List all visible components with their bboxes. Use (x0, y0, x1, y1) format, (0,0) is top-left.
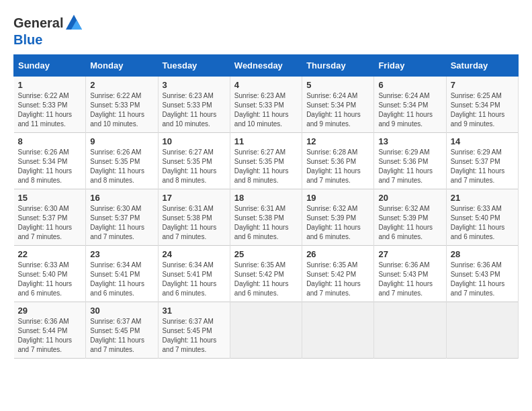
day-info: Sunrise: 6:36 AM Sunset: 5:43 PM Dayligh… (451, 261, 514, 298)
calendar-cell: 24Sunrise: 6:34 AM Sunset: 5:41 PM Dayli… (158, 246, 230, 302)
day-info: Sunrise: 6:22 AM Sunset: 5:33 PM Dayligh… (90, 91, 153, 129)
calendar-cell: 21Sunrise: 6:33 AM Sunset: 5:40 PM Dayli… (446, 189, 518, 246)
calendar-cell (446, 302, 518, 359)
day-number: 31 (163, 306, 226, 316)
calendar-row-3: 22Sunrise: 6:33 AM Sunset: 5:40 PM Dayli… (14, 246, 519, 302)
day-number: 25 (234, 249, 298, 259)
day-info: Sunrise: 6:34 AM Sunset: 5:41 PM Dayligh… (163, 261, 226, 298)
logo: General Blue (13, 13, 83, 48)
day-number: 13 (378, 136, 441, 146)
day-info: Sunrise: 6:29 AM Sunset: 5:36 PM Dayligh… (378, 148, 441, 185)
calendar-cell: 15Sunrise: 6:30 AM Sunset: 5:37 PM Dayli… (14, 189, 86, 246)
day-number: 7 (451, 80, 514, 90)
calendar-cell (302, 302, 374, 359)
calendar-cell: 5Sunrise: 6:24 AM Sunset: 5:34 PM Daylig… (302, 77, 374, 133)
header-tuesday: Tuesday (158, 55, 230, 77)
day-number: 22 (18, 249, 82, 259)
calendar-cell: 29Sunrise: 6:36 AM Sunset: 5:44 PM Dayli… (14, 302, 86, 359)
calendar-cell: 7Sunrise: 6:25 AM Sunset: 5:34 PM Daylig… (446, 77, 518, 133)
calendar-cell: 10Sunrise: 6:27 AM Sunset: 5:35 PM Dayli… (158, 133, 230, 189)
day-info: Sunrise: 6:30 AM Sunset: 5:37 PM Dayligh… (90, 204, 153, 242)
calendar-cell: 28Sunrise: 6:36 AM Sunset: 5:43 PM Dayli… (446, 246, 518, 302)
day-info: Sunrise: 6:32 AM Sunset: 5:39 PM Dayligh… (306, 204, 369, 242)
day-number: 4 (234, 80, 298, 90)
day-info: Sunrise: 6:33 AM Sunset: 5:40 PM Dayligh… (18, 261, 82, 298)
day-info: Sunrise: 6:34 AM Sunset: 5:41 PM Dayligh… (90, 261, 153, 298)
day-info: Sunrise: 6:35 AM Sunset: 5:42 PM Dayligh… (234, 261, 298, 298)
calendar-cell: 30Sunrise: 6:37 AM Sunset: 5:45 PM Dayli… (86, 302, 158, 359)
calendar-cell: 22Sunrise: 6:33 AM Sunset: 5:40 PM Dayli… (14, 246, 86, 302)
day-number: 10 (163, 136, 226, 146)
day-number: 5 (306, 80, 369, 90)
calendar-cell: 31Sunrise: 6:37 AM Sunset: 5:45 PM Dayli… (158, 302, 230, 359)
day-info: Sunrise: 6:26 AM Sunset: 5:34 PM Dayligh… (18, 148, 82, 185)
calendar-cell: 16Sunrise: 6:30 AM Sunset: 5:37 PM Dayli… (86, 189, 158, 246)
calendar-cell: 27Sunrise: 6:36 AM Sunset: 5:43 PM Dayli… (374, 246, 446, 302)
calendar-row-4: 29Sunrise: 6:36 AM Sunset: 5:44 PM Dayli… (14, 302, 519, 359)
day-number: 11 (234, 136, 298, 146)
day-info: Sunrise: 6:23 AM Sunset: 5:33 PM Dayligh… (234, 91, 298, 129)
day-info: Sunrise: 6:26 AM Sunset: 5:35 PM Dayligh… (90, 148, 153, 185)
day-number: 20 (378, 193, 441, 203)
header-friday: Friday (374, 55, 446, 77)
day-info: Sunrise: 6:33 AM Sunset: 5:40 PM Dayligh… (451, 204, 514, 242)
day-info: Sunrise: 6:31 AM Sunset: 5:38 PM Dayligh… (234, 204, 298, 242)
day-info: Sunrise: 6:24 AM Sunset: 5:34 PM Dayligh… (378, 91, 441, 129)
calendar-cell: 19Sunrise: 6:32 AM Sunset: 5:39 PM Dayli… (302, 189, 374, 246)
calendar-cell: 18Sunrise: 6:31 AM Sunset: 5:38 PM Dayli… (230, 189, 302, 246)
day-number: 14 (451, 136, 514, 146)
calendar-cell: 2Sunrise: 6:22 AM Sunset: 5:33 PM Daylig… (86, 77, 158, 133)
calendar-cell: 20Sunrise: 6:32 AM Sunset: 5:39 PM Dayli… (374, 189, 446, 246)
calendar-cell: 12Sunrise: 6:28 AM Sunset: 5:36 PM Dayli… (302, 133, 374, 189)
calendar-cell: 1Sunrise: 6:22 AM Sunset: 5:33 PM Daylig… (14, 77, 86, 133)
calendar-cell: 11Sunrise: 6:27 AM Sunset: 5:35 PM Dayli… (230, 133, 302, 189)
day-info: Sunrise: 6:35 AM Sunset: 5:42 PM Dayligh… (306, 261, 369, 298)
calendar-cell: 9Sunrise: 6:26 AM Sunset: 5:35 PM Daylig… (86, 133, 158, 189)
calendar-row-2: 15Sunrise: 6:30 AM Sunset: 5:37 PM Dayli… (14, 189, 519, 246)
header-sunday: Sunday (14, 55, 86, 77)
day-number: 2 (90, 80, 153, 90)
header-saturday: Saturday (446, 55, 518, 77)
day-info: Sunrise: 6:23 AM Sunset: 5:33 PM Dayligh… (163, 91, 226, 129)
day-number: 24 (163, 249, 226, 259)
header-wednesday: Wednesday (230, 55, 302, 77)
calendar-cell (374, 302, 446, 359)
page-header: General Blue (13, 13, 519, 48)
calendar-cell: 4Sunrise: 6:23 AM Sunset: 5:33 PM Daylig… (230, 77, 302, 133)
header-row: SundayMondayTuesdayWednesdayThursdayFrid… (14, 55, 519, 77)
day-number: 3 (163, 80, 226, 90)
day-number: 9 (90, 136, 153, 146)
day-info: Sunrise: 6:27 AM Sunset: 5:35 PM Dayligh… (234, 148, 298, 185)
calendar-row-1: 8Sunrise: 6:26 AM Sunset: 5:34 PM Daylig… (14, 133, 519, 189)
day-number: 19 (306, 193, 369, 203)
day-number: 12 (306, 136, 369, 146)
day-number: 30 (90, 306, 153, 316)
day-number: 16 (90, 193, 153, 203)
calendar-table: SundayMondayTuesdayWednesdayThursdayFrid… (13, 54, 519, 359)
day-number: 1 (18, 80, 82, 90)
day-number: 23 (90, 249, 153, 259)
day-number: 15 (18, 193, 82, 203)
calendar-cell: 17Sunrise: 6:31 AM Sunset: 5:38 PM Dayli… (158, 189, 230, 246)
day-number: 28 (451, 249, 514, 259)
day-number: 21 (451, 193, 514, 203)
logo-icon (64, 13, 83, 32)
calendar-cell: 6Sunrise: 6:24 AM Sunset: 5:34 PM Daylig… (374, 77, 446, 133)
day-number: 26 (306, 249, 369, 259)
day-number: 6 (378, 80, 441, 90)
day-number: 29 (18, 306, 82, 316)
calendar-row-0: 1Sunrise: 6:22 AM Sunset: 5:33 PM Daylig… (14, 77, 519, 133)
day-number: 8 (18, 136, 82, 146)
calendar-cell: 26Sunrise: 6:35 AM Sunset: 5:42 PM Dayli… (302, 246, 374, 302)
header-thursday: Thursday (302, 55, 374, 77)
header-monday: Monday (86, 55, 158, 77)
day-info: Sunrise: 6:32 AM Sunset: 5:39 PM Dayligh… (378, 204, 441, 242)
calendar-cell: 25Sunrise: 6:35 AM Sunset: 5:42 PM Dayli… (230, 246, 302, 302)
day-number: 17 (163, 193, 226, 203)
day-info: Sunrise: 6:22 AM Sunset: 5:33 PM Dayligh… (18, 91, 82, 129)
day-info: Sunrise: 6:37 AM Sunset: 5:45 PM Dayligh… (163, 317, 226, 355)
calendar-cell (230, 302, 302, 359)
calendar-cell: 8Sunrise: 6:26 AM Sunset: 5:34 PM Daylig… (14, 133, 86, 189)
day-number: 27 (378, 249, 441, 259)
calendar-cell: 3Sunrise: 6:23 AM Sunset: 5:33 PM Daylig… (158, 77, 230, 133)
